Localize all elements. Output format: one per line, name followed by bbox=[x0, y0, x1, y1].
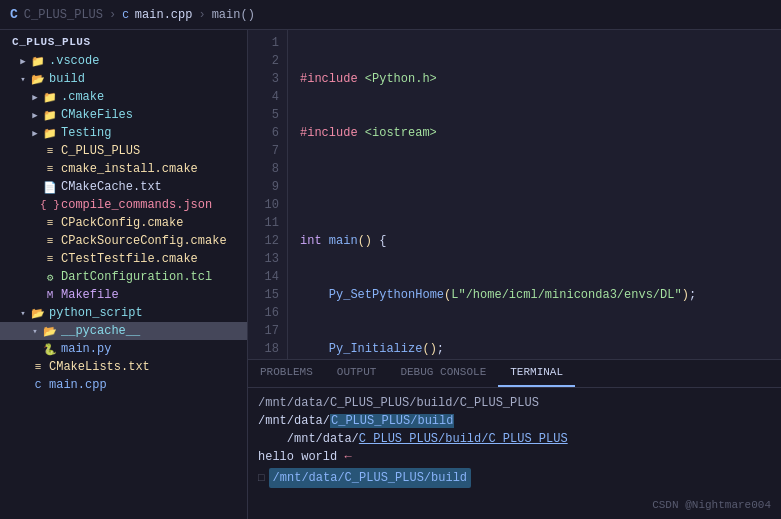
cmake-icon: ≡ bbox=[42, 161, 58, 177]
sidebar-item-makefile[interactable]: ▶ M Makefile bbox=[0, 286, 247, 304]
cmake-icon: ≡ bbox=[42, 215, 58, 231]
item-label: CMakeFiles bbox=[61, 108, 133, 122]
breadcrumb-sep: › bbox=[109, 8, 116, 22]
folder-icon: 📁 bbox=[30, 53, 46, 69]
line-numbers: 12345 678910 1112131415 16171819 bbox=[248, 30, 288, 359]
item-label: Testing bbox=[61, 126, 111, 140]
item-label: .cmake bbox=[61, 90, 104, 104]
item-label: .vscode bbox=[49, 54, 99, 68]
item-label: CMakeCache.txt bbox=[61, 180, 162, 194]
folder-open-icon: 📂 bbox=[30, 71, 46, 87]
terminal-line-3: /mnt/data/C_PLUS_PLUS/build/C_PLUS_PLUS bbox=[258, 430, 771, 448]
language-icon: C bbox=[10, 7, 18, 22]
cmake-icon: ≡ bbox=[42, 143, 58, 159]
chevron-icon: ▶ bbox=[28, 126, 42, 140]
chevron-icon: ▾ bbox=[16, 72, 30, 86]
item-label: CPackSourceConfig.cmake bbox=[61, 234, 227, 248]
chevron-icon: ▶ bbox=[28, 108, 42, 122]
watermark: CSDN @Nightmare004 bbox=[652, 499, 771, 511]
sidebar-item-cmakefiles[interactable]: ▶ 📁 CMakeFiles bbox=[0, 106, 247, 124]
chevron-icon: ▾ bbox=[28, 324, 42, 338]
bottom-panel: PROBLEMS OUTPUT DEBUG CONSOLE TERMINAL /… bbox=[248, 359, 781, 519]
item-label: CPackConfig.cmake bbox=[61, 216, 183, 230]
terminal-line-1: /mnt/data/C_PLUS_PLUS/build/C_PLUS_PLUS bbox=[258, 394, 771, 412]
panel-tabs: PROBLEMS OUTPUT DEBUG CONSOLE TERMINAL bbox=[248, 360, 781, 388]
sidebar-item-dartconfig[interactable]: ▶ ⚙ DartConfiguration.tcl bbox=[0, 268, 247, 286]
breadcrumb-sep2: › bbox=[198, 8, 205, 22]
chevron-icon: ▾ bbox=[16, 306, 30, 320]
txt-icon: 📄 bbox=[42, 179, 58, 195]
file-icon: C bbox=[122, 9, 129, 21]
item-label: cmake_install.cmake bbox=[61, 162, 198, 176]
terminal-line-4: hello world ← bbox=[258, 448, 771, 466]
sidebar-item-compile-commands[interactable]: ▶ { } compile_commands.json bbox=[0, 196, 247, 214]
cmake-icon: ≡ bbox=[42, 251, 58, 267]
terminal-prompt: □ /mnt/data/C_PLUS_PLUS/build bbox=[258, 468, 771, 488]
sidebar-item-testing[interactable]: ▶ 📁 Testing bbox=[0, 124, 247, 142]
py-icon: 🐍 bbox=[42, 341, 58, 357]
chevron-icon: ▶ bbox=[28, 90, 42, 104]
item-label: build bbox=[49, 72, 85, 86]
editor-area: 12345 678910 1112131415 16171819 #includ… bbox=[248, 30, 781, 519]
item-label: DartConfiguration.tcl bbox=[61, 270, 212, 284]
sidebar-item-main-py[interactable]: ▶ 🐍 main.py bbox=[0, 340, 247, 358]
cmake-icon: ≡ bbox=[30, 359, 46, 375]
tab-problems[interactable]: PROBLEMS bbox=[248, 359, 325, 387]
sidebar-item-cpackconfig[interactable]: ▶ ≡ CPackConfig.cmake bbox=[0, 214, 247, 232]
sidebar-item-cmake[interactable]: ▶ 📁 .cmake bbox=[0, 88, 247, 106]
sidebar-item-main-cpp[interactable]: ▶ C main.cpp bbox=[0, 376, 247, 394]
folder-icon: 📁 bbox=[42, 107, 58, 123]
item-label: C_PLUS_PLUS bbox=[61, 144, 140, 158]
sidebar: C_PLUS_PLUS ▶ 📁 .vscode ▾ 📂 build ▶ 📁 .c… bbox=[0, 30, 248, 519]
sidebar-item-cmakecache[interactable]: ▶ 📄 CMakeCache.txt bbox=[0, 178, 247, 196]
tab-terminal[interactable]: TERMINAL bbox=[498, 359, 575, 387]
prompt-checkbox: □ bbox=[258, 469, 265, 487]
cmake-icon: ≡ bbox=[42, 233, 58, 249]
sidebar-item-cmake-install[interactable]: ▶ ≡ cmake_install.cmake bbox=[0, 160, 247, 178]
item-label: main.py bbox=[61, 342, 111, 356]
language-label: C_PLUS_PLUS bbox=[24, 8, 103, 22]
tab-debug-console[interactable]: DEBUG CONSOLE bbox=[388, 359, 498, 387]
folder-open-icon: 📂 bbox=[42, 323, 58, 339]
sidebar-item-ctesttestfile[interactable]: ▶ ≡ CTestTestfile.cmake bbox=[0, 250, 247, 268]
item-label: compile_commands.json bbox=[61, 198, 212, 212]
item-label: Makefile bbox=[61, 288, 119, 302]
makefile-icon: M bbox=[42, 287, 58, 303]
item-label: CMakeLists.txt bbox=[49, 360, 150, 374]
func-name: main() bbox=[212, 8, 255, 22]
item-label: CTestTestfile.cmake bbox=[61, 252, 198, 266]
folder-icon: 📁 bbox=[42, 125, 58, 141]
json-icon: { } bbox=[42, 197, 58, 213]
item-label: __pycache__ bbox=[61, 324, 140, 338]
sidebar-item-cmakelists[interactable]: ▶ ≡ CMakeLists.txt bbox=[0, 358, 247, 376]
prompt-path: /mnt/data/C_PLUS_PLUS/build bbox=[269, 468, 471, 488]
terminal-line-2: /mnt/data/C_PLUS_PLUS/build bbox=[258, 412, 771, 430]
sidebar-item-python-script[interactable]: ▾ 📂 python_script bbox=[0, 304, 247, 322]
code-content: #include <Python.h> #include <iostream> … bbox=[288, 30, 781, 359]
sidebar-item-pycache[interactable]: ▾ 📂 __pycache__ bbox=[0, 322, 247, 340]
folder-open-icon: 📂 bbox=[30, 305, 46, 321]
sidebar-header: C_PLUS_PLUS bbox=[0, 30, 247, 52]
tcl-icon: ⚙ bbox=[42, 269, 58, 285]
sidebar-item-cpacksource[interactable]: ▶ ≡ CPackSourceConfig.cmake bbox=[0, 232, 247, 250]
item-label: python_script bbox=[49, 306, 143, 320]
folder-icon: 📁 bbox=[42, 89, 58, 105]
sidebar-item-vscode[interactable]: ▶ 📁 .vscode bbox=[0, 52, 247, 70]
item-label: main.cpp bbox=[49, 378, 107, 392]
sidebar-item-cplusplus-file[interactable]: ▶ ≡ C_PLUS_PLUS bbox=[0, 142, 247, 160]
sidebar-item-build[interactable]: ▾ 📂 build bbox=[0, 70, 247, 88]
file-name: main.cpp bbox=[135, 8, 193, 22]
top-bar: C C_PLUS_PLUS › C main.cpp › main() bbox=[0, 0, 781, 30]
tab-output[interactable]: OUTPUT bbox=[325, 359, 389, 387]
code-view[interactable]: 12345 678910 1112131415 16171819 #includ… bbox=[248, 30, 781, 359]
chevron-icon: ▶ bbox=[16, 54, 30, 68]
cpp-icon: C bbox=[30, 377, 46, 393]
